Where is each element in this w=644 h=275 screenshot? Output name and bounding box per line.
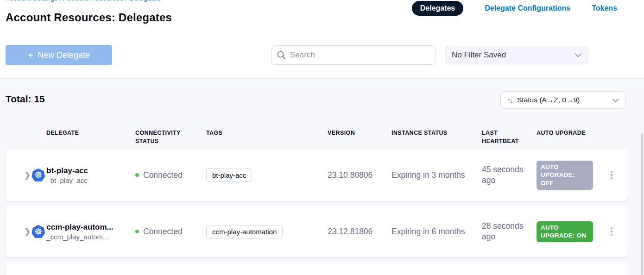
- tab-delegates[interactable]: Delegates: [412, 1, 464, 16]
- tags-cell: bt-play-acc: [206, 169, 328, 182]
- tab-bar: Delegates Delegate Configurations Tokens: [412, 0, 617, 16]
- table-row[interactable]: ❯ ☸ bt-play-acc _bt_play_acc Connected b…: [6, 149, 628, 201]
- connected-dot-icon: [135, 230, 139, 233]
- tags-cell: ccm-play-automation: [206, 225, 328, 238]
- expand-chevron-icon[interactable]: ❯: [24, 227, 31, 237]
- toolbar: + New Delegate No Filter Saved: [0, 32, 644, 78]
- sort-value: Status (A→Z, 0→9): [517, 96, 608, 104]
- tag-chip: bt-play-acc: [206, 169, 252, 182]
- tag-chip: ccm-play-automation: [206, 225, 283, 238]
- connectivity-status: Connected: [143, 227, 183, 237]
- saved-filter-value: No Filter Saved: [452, 50, 575, 60]
- instance-status-cell: Expiring in 3 months: [391, 170, 482, 180]
- delegate-cell: ❯ ☸ ccm-play-autom... _ccm_play_autom...: [6, 223, 135, 241]
- kubernetes-icon: ☸: [32, 169, 45, 182]
- auto-upgrade-cell: AUTO UPGRADE: OFF: [537, 161, 595, 190]
- col-header-tags: TAGS: [206, 129, 328, 137]
- kubernetes-icon: ☸: [32, 225, 45, 238]
- delegate-cell: ❯ ☸ bt-play-acc _bt_play_acc: [6, 166, 135, 184]
- col-header-delegate: DELEGATE: [6, 129, 135, 137]
- search-input[interactable]: [271, 45, 436, 65]
- auto-upgrade-badge: AUTO UPGRADE: OFF: [537, 161, 593, 190]
- delegate-name[interactable]: bt-play-acc: [46, 166, 88, 175]
- expand-chevron-icon[interactable]: ❯: [24, 170, 31, 180]
- plus-icon: +: [28, 50, 33, 60]
- table-row-partial[interactable]: [6, 262, 628, 275]
- kebab-menu-icon[interactable]: [595, 171, 628, 179]
- row-menu-cell: [595, 171, 628, 179]
- version-cell: 23.12.81806: [328, 227, 391, 237]
- connectivity-status: Connected: [143, 170, 183, 180]
- new-delegate-label: New Delegate: [38, 50, 90, 60]
- total-count: Total: 15: [6, 94, 45, 105]
- breadcrumb-links[interactable]: Account Settings / Account Resources / D…: [6, 0, 160, 2]
- saved-filter-dropdown[interactable]: No Filter Saved: [445, 46, 588, 64]
- delegate-name-block: bt-play-acc _bt_play_acc: [46, 166, 88, 184]
- last-heartbeat-cell: 28 seconds ago: [482, 221, 537, 243]
- new-delegate-button[interactable]: + New Delegate: [6, 45, 112, 65]
- search-icon: [277, 50, 286, 62]
- connectivity-cell: Connected: [135, 227, 206, 237]
- version-cell: 23.10.80806: [328, 170, 391, 180]
- auto-upgrade-badge: AUTO UPGRADE: ON: [537, 221, 593, 242]
- tab-delegate-configurations[interactable]: Delegate Configurations: [485, 4, 570, 12]
- page-title: Account Resources: Delegates: [6, 11, 172, 24]
- col-header-instance-status: INSTANCE STATUS: [391, 129, 482, 137]
- table-row[interactable]: ❯ ☸ ccm-play-autom... _ccm_play_autom...…: [6, 206, 628, 257]
- breadcrumb: Account Settings / Account Resources / D…: [6, 0, 237, 3]
- delegate-name[interactable]: ccm-play-autom...: [46, 223, 114, 232]
- chevron-down-icon: [612, 96, 619, 104]
- col-header-last-heartbeat: LAST HEARTBEAT: [482, 129, 537, 145]
- connected-dot-icon: [135, 173, 139, 177]
- last-heartbeat-cell: 45 seconds ago: [482, 164, 537, 186]
- sort-dropdown[interactable]: ↑↓ Status (A→Z, 0→9): [500, 91, 625, 109]
- chevron-down-icon: [575, 51, 581, 59]
- delegate-identifier: _bt_play_acc: [46, 176, 88, 184]
- delegate-name-block: ccm-play-autom... _ccm_play_autom...: [46, 223, 114, 241]
- page-header: Account Settings / Account Resources / D…: [0, 0, 644, 79]
- delegate-identifier: _ccm_play_autom...: [46, 233, 114, 241]
- vertical-scrollbar[interactable]: [641, 133, 643, 275]
- sort-arrows-icon: ↑↓: [507, 96, 512, 104]
- row-menu-cell: [595, 227, 628, 236]
- col-header-connectivity-status: CONNECTIVITY STATUS: [135, 129, 206, 145]
- delegates-list-section: Total: 15 ↑↓ Status (A→Z, 0→9) DELEGATE …: [0, 79, 644, 275]
- search: [271, 45, 436, 65]
- col-header-version: VERSION: [328, 129, 391, 137]
- col-header-auto-upgrade: AUTO UPGRADE: [537, 129, 595, 137]
- kebab-menu-icon[interactable]: [595, 227, 628, 236]
- connectivity-cell: Connected: [135, 170, 206, 180]
- instance-status-cell: Expiring in 6 months: [391, 227, 482, 237]
- auto-upgrade-cell: AUTO UPGRADE: ON: [537, 221, 595, 242]
- table-header-row: DELEGATE CONNECTIVITY STATUS TAGS VERSIO…: [6, 129, 628, 145]
- tab-tokens[interactable]: Tokens: [592, 4, 617, 12]
- summary-row: Total: 15 ↑↓ Status (A→Z, 0→9): [0, 79, 644, 115]
